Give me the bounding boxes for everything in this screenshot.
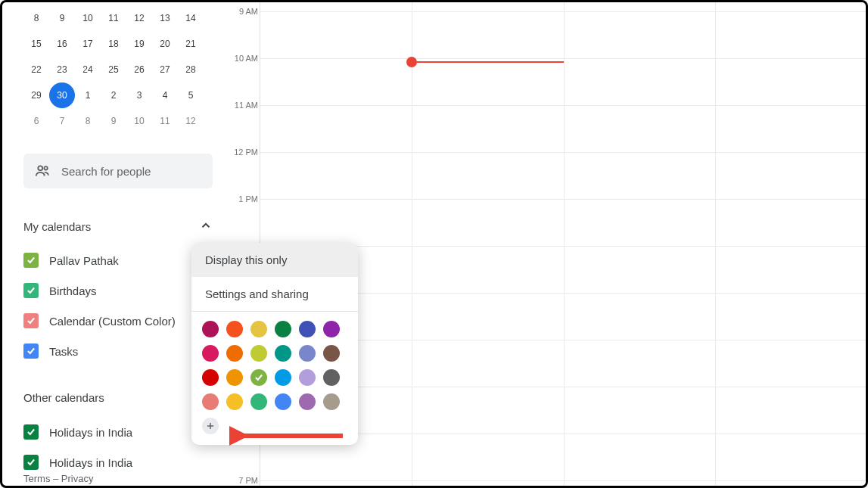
color-swatch[interactable] xyxy=(299,393,316,410)
mini-cal-day[interactable]: 25 xyxy=(101,57,126,82)
mini-cal-day[interactable]: 18 xyxy=(101,31,126,57)
calendar-item[interactable]: Tasks xyxy=(23,336,213,366)
my-calendars-header[interactable]: My calendars xyxy=(23,219,213,235)
time-label: 9 AM xyxy=(239,7,258,16)
mini-cal-day[interactable]: 10 xyxy=(75,5,101,31)
calendar-label: Holidays in India xyxy=(49,456,132,469)
color-swatch[interactable] xyxy=(299,345,316,362)
time-label: 7 PM xyxy=(238,476,258,485)
search-placeholder: Search for people xyxy=(61,165,151,178)
color-swatch[interactable] xyxy=(323,345,340,362)
mini-cal-day[interactable]: 1 xyxy=(75,82,101,108)
mini-cal-day[interactable]: 11 xyxy=(152,108,178,134)
mini-cal-day[interactable]: 17 xyxy=(75,31,101,57)
mini-cal-day[interactable]: 9 xyxy=(49,5,75,31)
other-calendars-header[interactable]: Other calendars xyxy=(23,389,213,406)
other-calendars-list: Holidays in IndiaHolidays in India xyxy=(23,417,213,477)
terms-link[interactable]: Terms xyxy=(23,473,50,484)
mini-cal-day[interactable]: 5 xyxy=(178,82,204,108)
mini-cal-day[interactable]: 2 xyxy=(101,82,126,108)
mini-cal-day[interactable]: 13 xyxy=(152,5,178,31)
mini-cal-day[interactable]: 26 xyxy=(126,57,152,82)
chevron-up-icon xyxy=(199,219,213,235)
mini-cal-day[interactable]: 30 xyxy=(49,82,75,108)
color-swatch[interactable] xyxy=(275,369,291,386)
svg-point-1 xyxy=(44,166,47,169)
mini-cal-day[interactable]: 12 xyxy=(126,5,152,31)
mini-cal-day[interactable]: 16 xyxy=(49,31,75,57)
mini-cal-day[interactable]: 8 xyxy=(75,108,101,134)
calendar-item[interactable]: Birthdays xyxy=(23,275,213,306)
color-swatch[interactable] xyxy=(323,369,340,386)
mini-cal-day[interactable]: 19 xyxy=(126,31,152,57)
calendar-label: Pallav Pathak xyxy=(49,254,119,267)
calendar-label: Birthdays xyxy=(49,284,97,297)
color-swatch[interactable] xyxy=(202,369,219,386)
now-indicator-dot xyxy=(406,57,417,67)
calendar-checkbox[interactable] xyxy=(23,253,39,268)
color-swatch[interactable] xyxy=(202,345,219,362)
day-gridline xyxy=(715,2,716,486)
color-swatch[interactable] xyxy=(226,345,243,362)
color-swatch[interactable] xyxy=(250,393,267,410)
color-swatch[interactable] xyxy=(250,321,267,337)
mini-cal-day[interactable]: 9 xyxy=(101,108,126,134)
mini-cal-day[interactable]: 4 xyxy=(152,82,178,108)
color-swatch[interactable] xyxy=(226,321,243,337)
time-label: 10 AM xyxy=(235,54,258,63)
mini-calendar[interactable]: 8910111213141516171819202122232425262728… xyxy=(23,5,213,134)
mini-cal-day[interactable]: 3 xyxy=(126,82,152,108)
search-people-input[interactable]: Search for people xyxy=(23,154,213,188)
calendar-checkbox[interactable] xyxy=(23,455,39,470)
color-swatch[interactable] xyxy=(275,393,291,410)
color-picker-grid xyxy=(191,312,358,445)
calendar-label: Tasks xyxy=(49,345,78,358)
app-frame: 8910111213141516171819202122232425262728… xyxy=(0,0,868,488)
mini-cal-day[interactable]: 7 xyxy=(49,108,75,134)
color-swatch[interactable] xyxy=(226,393,243,410)
color-swatch[interactable] xyxy=(299,369,316,386)
color-swatch[interactable] xyxy=(250,345,267,362)
add-custom-color-button[interactable] xyxy=(202,418,219,434)
color-swatch[interactable] xyxy=(250,369,267,386)
time-label: 1 PM xyxy=(238,194,258,204)
calendar-item[interactable]: Pallav Pathak xyxy=(23,245,213,275)
now-indicator-line xyxy=(412,61,563,63)
color-swatch[interactable] xyxy=(226,369,243,386)
mini-cal-day[interactable]: 6 xyxy=(23,108,49,134)
mini-cal-day[interactable]: 22 xyxy=(23,57,49,82)
settings-and-sharing-item[interactable]: Settings and sharing xyxy=(191,277,358,311)
mini-cal-day[interactable]: 24 xyxy=(75,57,101,82)
mini-cal-day[interactable]: 29 xyxy=(23,82,49,108)
time-label: 11 AM xyxy=(235,101,258,110)
mini-cal-day[interactable]: 28 xyxy=(178,57,204,82)
mini-cal-day[interactable]: 21 xyxy=(178,31,204,57)
calendar-checkbox[interactable] xyxy=(23,313,39,328)
color-swatch[interactable] xyxy=(323,393,340,410)
color-swatch[interactable] xyxy=(275,321,291,337)
privacy-link[interactable]: Privacy xyxy=(61,473,94,484)
mini-cal-day[interactable]: 14 xyxy=(178,5,204,31)
footer-links: Terms – Privacy xyxy=(23,473,93,484)
color-swatch[interactable] xyxy=(202,393,219,410)
color-swatch[interactable] xyxy=(323,321,340,337)
color-swatch[interactable] xyxy=(299,321,316,337)
mini-cal-day[interactable]: 20 xyxy=(152,31,178,57)
mini-cal-day[interactable]: 15 xyxy=(23,31,49,57)
color-swatch[interactable] xyxy=(202,321,219,337)
mini-cal-day[interactable]: 27 xyxy=(152,57,178,82)
mini-cal-day[interactable]: 23 xyxy=(49,57,75,82)
mini-cal-day[interactable]: 12 xyxy=(178,108,204,134)
calendar-item[interactable]: Calendar (Custom Color) xyxy=(23,306,213,336)
calendar-checkbox[interactable] xyxy=(23,424,39,440)
display-this-only-item[interactable]: Display this only xyxy=(191,243,358,277)
mini-cal-day[interactable]: 10 xyxy=(126,108,152,134)
svg-point-0 xyxy=(38,166,42,170)
calendar-item[interactable]: Holidays in India xyxy=(23,417,213,447)
color-swatch[interactable] xyxy=(275,345,291,362)
calendar-checkbox[interactable] xyxy=(23,283,39,298)
mini-cal-day[interactable]: 8 xyxy=(23,5,49,31)
mini-cal-day[interactable]: 11 xyxy=(101,5,126,31)
calendar-checkbox[interactable] xyxy=(23,343,39,359)
calendar-context-menu: Display this only Settings and sharing xyxy=(191,243,358,445)
